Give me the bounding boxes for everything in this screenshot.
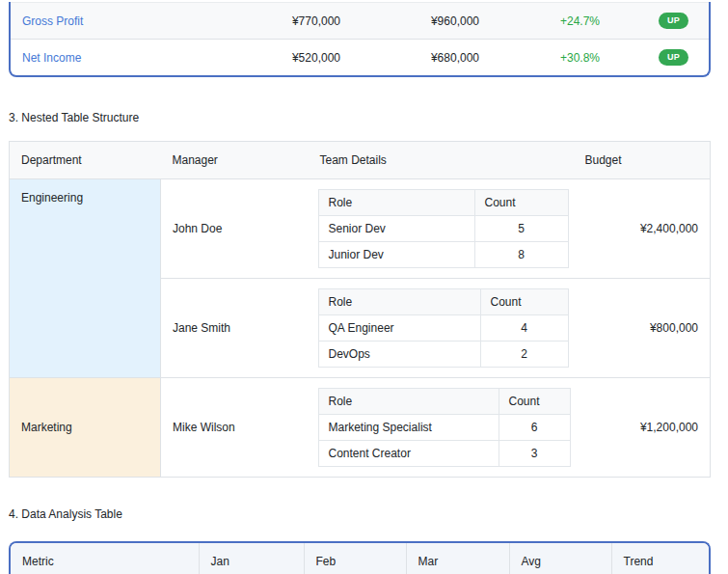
column-header: Mar <box>406 543 509 574</box>
nested-structure-table: Department Manager Team Details Budget E… <box>9 141 711 478</box>
current-value: ¥680,000 <box>352 40 491 76</box>
count-cell: 8 <box>474 242 568 268</box>
financial-summary-table: Gross Profit ¥770,000 ¥960,000 +24.7% UP… <box>9 2 711 77</box>
nested-row: Marketing Specialist 6 <box>318 415 570 441</box>
column-header: Role <box>318 190 474 216</box>
nested-row: DevOps 2 <box>318 342 568 368</box>
column-header: Role <box>318 389 499 415</box>
nested-role-table: Role Count Senior Dev 5 Junior Dev <box>318 189 569 268</box>
column-header: Trend <box>611 543 709 574</box>
nested-header-row: Role Count <box>318 190 568 216</box>
role-cell: Marketing Specialist <box>318 415 499 441</box>
count-cell: 6 <box>499 415 570 441</box>
table-row: Gross Profit ¥770,000 ¥960,000 +24.7% UP <box>11 3 709 40</box>
role-cell: Senior Dev <box>318 216 474 242</box>
column-header: Count <box>480 289 568 315</box>
metric-label: Net Income <box>11 40 269 76</box>
role-cell: QA Engineer <box>318 315 480 342</box>
previous-value: ¥770,000 <box>269 3 352 40</box>
section-title: 4. Data Analysis Table <box>9 507 719 521</box>
previous-value: ¥520,000 <box>269 40 352 76</box>
nested-role-table: Role Count QA Engineer 4 DevOps 2 <box>318 288 569 368</box>
up-badge: UP <box>659 49 688 66</box>
budget-cell: ¥1,200,000 <box>564 378 711 478</box>
budget-cell: ¥2,400,000 <box>564 179 711 279</box>
column-header: Feb <box>304 543 406 574</box>
column-header: Count <box>474 190 568 216</box>
role-cell: Content Creator <box>318 441 499 467</box>
manager-cell: Jane Smith <box>161 279 309 378</box>
manager-cell: Mike Wilson <box>161 378 309 478</box>
nested-header-row: Role Count <box>318 389 570 415</box>
change-percent: +24.7% <box>491 3 608 40</box>
column-header: Manager <box>161 142 309 179</box>
nested-row: Junior Dev 8 <box>318 242 568 268</box>
count-cell: 4 <box>480 315 568 342</box>
column-header: Budget <box>564 142 711 179</box>
current-value: ¥960,000 <box>352 3 491 40</box>
nested-row: QA Engineer 4 <box>318 315 568 342</box>
department-cell: Engineering <box>10 179 161 378</box>
column-header: Team Details <box>309 142 564 179</box>
column-header: Count <box>499 389 570 415</box>
count-cell: 2 <box>480 342 568 368</box>
nested-row: Content Creator 3 <box>318 441 570 467</box>
team-details-cell: Role Count QA Engineer 4 DevOps 2 <box>309 279 564 378</box>
count-cell: 3 <box>499 441 570 467</box>
role-cell: DevOps <box>318 342 480 368</box>
column-header: Department <box>10 142 161 179</box>
data-analysis-table: Metric Jan Feb Mar Avg Trend Page Views … <box>9 541 711 574</box>
report-page: Gross Profit ¥770,000 ¥960,000 +24.7% UP… <box>0 2 728 574</box>
nested-role-table: Role Count Marketing Specialist 6 Conten… <box>318 388 571 467</box>
badge-cell: UP <box>608 3 709 40</box>
department-cell: Marketing <box>10 378 161 478</box>
table-row: Engineering John Doe Role Count <box>10 179 711 279</box>
nested-header-row: Role Count <box>318 289 568 315</box>
metric-label: Gross Profit <box>11 3 269 40</box>
change-percent: +30.8% <box>491 40 608 76</box>
column-header: Metric <box>11 543 199 574</box>
column-header: Avg <box>509 543 611 574</box>
table-row: Marketing Mike Wilson Role Count <box>10 378 711 478</box>
budget-cell: ¥800,000 <box>564 279 711 378</box>
count-cell: 5 <box>474 216 568 242</box>
header-row: Metric Jan Feb Mar Avg Trend <box>11 543 709 574</box>
column-header: Role <box>318 289 480 315</box>
header-row: Department Manager Team Details Budget <box>10 142 711 179</box>
badge-cell: UP <box>608 40 709 76</box>
role-cell: Junior Dev <box>318 242 474 268</box>
table-row: Net Income ¥520,000 ¥680,000 +30.8% UP <box>11 40 709 76</box>
up-badge: UP <box>659 13 688 29</box>
column-header: Jan <box>199 543 304 574</box>
nested-row: Senior Dev 5 <box>318 216 568 242</box>
manager-cell: John Doe <box>161 179 309 279</box>
team-details-cell: Role Count Senior Dev 5 Junior Dev <box>309 179 564 279</box>
section-title: 3. Nested Table Structure <box>9 111 719 124</box>
team-details-cell: Role Count Marketing Specialist 6 Conten… <box>309 378 564 478</box>
